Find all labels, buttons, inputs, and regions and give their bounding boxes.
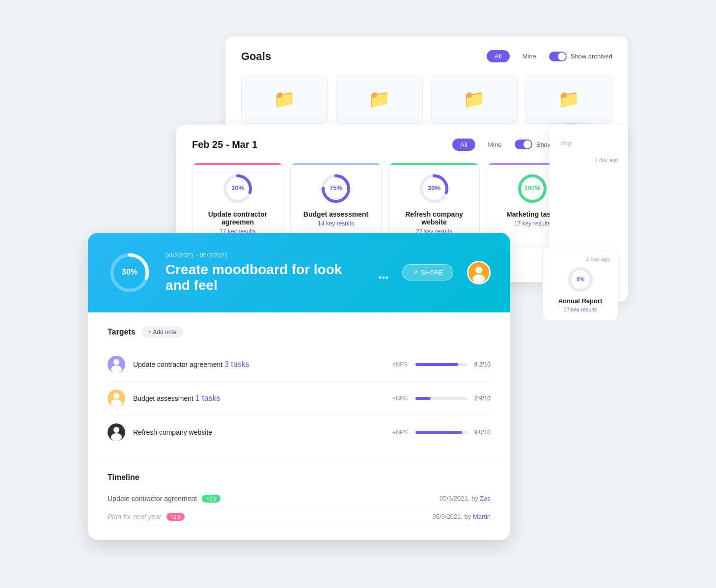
svg-point-23 <box>111 365 122 373</box>
timeline-badge-1: +2.5 <box>202 495 220 503</box>
svg-text:100%: 100% <box>524 184 541 192</box>
target-avatar-2 <box>108 390 125 407</box>
svg-point-20 <box>473 274 485 283</box>
metric-bar-1 <box>415 363 458 366</box>
folder-card-3[interactable]: 📁 <box>431 75 518 124</box>
metric-value-1: 8.2/10 <box>473 361 491 368</box>
goal-card-name-3: Refresh company website <box>397 210 471 226</box>
more-options-icon[interactable]: ••• <box>378 272 388 283</box>
timeline-title: Timeline <box>108 473 491 482</box>
target-link-2[interactable]: 1 tasks <box>195 394 220 402</box>
timeline-author-1: Zac <box>480 495 491 502</box>
svg-text:30%: 30% <box>428 184 441 192</box>
timeline-author-2: Martin <box>473 513 491 520</box>
metric-value-3: 9.0/10 <box>473 429 491 436</box>
target-info-1: Update contractor agreement 3 tasks <box>133 360 385 369</box>
annual-report-card[interactable]: 1 day ago 0% Annual Report 17 key result… <box>542 248 618 321</box>
goals-card-header: Goals All Mine Show archived <box>241 50 612 63</box>
folder-icon-1: 📁 <box>274 89 296 110</box>
svg-text:30%: 30% <box>122 268 138 276</box>
annual-progress-circle: 0% <box>567 266 594 293</box>
svg-point-28 <box>113 427 119 433</box>
metric-label-2: eNPS <box>392 395 410 402</box>
annual-ago-top: 1 day ago <box>595 157 618 163</box>
goal-card-meta-2: 14 key results <box>318 220 354 227</box>
target-row-3: Refresh company website eNPS 9.0/10 <box>108 416 491 449</box>
target-info-2: Budget assessment 1 tasks <box>133 394 385 403</box>
goals-show-archived-toggle[interactable]: Show archived <box>549 52 612 61</box>
annual-ago: 1 day ago <box>586 256 610 262</box>
svg-point-25 <box>113 393 119 399</box>
add-note-button[interactable]: + Add note <box>141 326 184 338</box>
timeline-date-2: 05/3/2021, by <box>432 513 472 520</box>
metric-label-1: eNPS <box>392 361 410 368</box>
detail-header: 30% 04/2/2021 - 05/2/2021 Create moodboa… <box>88 233 510 312</box>
target-name-3: Refresh company website <box>133 428 212 436</box>
share-button[interactable]: ↗ SHARE <box>402 264 453 280</box>
annual-key-results: 17 key results <box>564 307 597 312</box>
metric-bar-container-3 <box>415 431 468 434</box>
share-icon: ↗ <box>413 269 418 276</box>
progress-circle-4: 100% <box>517 173 548 204</box>
detail-date-range: 04/2/2021 - 05/2/2021 <box>165 252 388 259</box>
timeline-row-2: Plan for next year +2.5 05/3/2021, by Ma… <box>108 508 491 526</box>
svg-text:30%: 30% <box>231 184 244 192</box>
timeline-section: Timeline Update contractor agreement +2.… <box>88 463 510 540</box>
goals-all-btn[interactable]: All <box>487 50 509 62</box>
detail-title: Create moodboard for look and feel <box>165 262 366 293</box>
partial-card-text: cing <box>559 140 571 147</box>
timeline-row-1: Update contractor agreement +2.5 05/3/20… <box>108 490 491 508</box>
svg-point-19 <box>475 266 482 273</box>
share-label: SHARE <box>421 269 443 276</box>
metric-bar-3 <box>415 431 462 434</box>
metric-bar-container-2 <box>415 397 468 400</box>
metric-value-2: 2.9/10 <box>473 395 491 402</box>
svg-point-22 <box>113 359 119 365</box>
goals-toggle-switch[interactable] <box>549 52 567 61</box>
target-row-2: Budget assessment 1 tasks eNPS 2.9/10 <box>108 382 491 416</box>
goals-filter-group: All Mine Show archived <box>487 50 612 62</box>
svg-point-26 <box>111 399 122 407</box>
timeline-right-1: 05/3/2021, by Zac <box>440 495 491 502</box>
target-avatar-1 <box>108 356 125 373</box>
progress-circle-1: 30% <box>222 173 253 204</box>
weekly-mine-btn[interactable]: Mine <box>480 139 510 151</box>
timeline-name-2: Plan for next year <box>108 513 162 521</box>
target-metric-1: eNPS 8.2/10 <box>392 361 491 368</box>
svg-text:0%: 0% <box>577 276 584 281</box>
weekly-card-header: Feb 25 - Mar 1 All Mine Show archived <box>192 139 578 151</box>
timeline-left-1: Update contractor agreement +2.5 <box>108 495 220 503</box>
target-row-1: Update contractor agreement 3 tasks eNPS… <box>108 348 491 382</box>
weekly-toggle-switch[interactable] <box>515 140 532 149</box>
timeline-name-1: Update contractor agreement <box>108 495 197 503</box>
detail-header-info: 04/2/2021 - 05/2/2021 Create moodboard f… <box>165 252 388 293</box>
progress-circle-2: 75% <box>320 173 352 204</box>
detail-card: 30% 04/2/2021 - 05/2/2021 Create moodboa… <box>88 233 510 540</box>
target-link-1[interactable]: 3 tasks <box>224 360 249 368</box>
folder-card-2[interactable]: 📁 <box>336 75 423 124</box>
folder-card-1[interactable]: 📁 <box>241 75 328 124</box>
metric-bar-2 <box>415 397 431 400</box>
timeline-right-2: 05/3/2021, by Martin <box>432 513 491 520</box>
goals-mine-btn[interactable]: Mine <box>515 50 544 62</box>
timeline-badge-2: +2.5 <box>166 513 185 521</box>
targets-header: Targets + Add note <box>108 326 491 338</box>
targets-title: Targets <box>108 328 136 336</box>
folder-icon-4: 📁 <box>558 89 580 110</box>
goals-card-title: Goals <box>241 50 271 63</box>
target-name-1: Update contractor agreement <box>133 361 224 368</box>
goal-card-name-1: Update contractor agreemen <box>200 210 275 226</box>
targets-section: Targets + Add note Update contractor agr… <box>88 312 510 463</box>
goal-card-name-2: Budget assessment <box>303 210 368 218</box>
weekly-all-btn[interactable]: All <box>452 139 475 151</box>
folder-card-4[interactable]: 📁 <box>525 75 612 124</box>
target-avatar-3 <box>108 423 125 441</box>
user-avatar <box>467 261 491 284</box>
svg-text:75%: 75% <box>330 184 342 192</box>
metric-label-3: eNPS <box>392 429 410 436</box>
timeline-left-2: Plan for next year +2.5 <box>108 513 185 521</box>
detail-progress-circle: 30% <box>108 251 152 295</box>
annual-name: Annual Report <box>558 297 603 305</box>
folder-icon-3: 📁 <box>463 89 485 110</box>
svg-point-29 <box>111 433 122 441</box>
